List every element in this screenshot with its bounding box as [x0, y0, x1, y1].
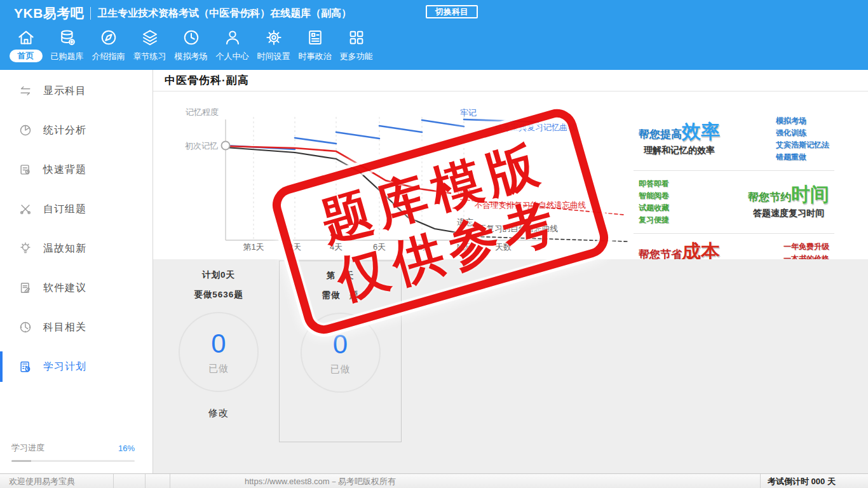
nav-item-label: 章节练习 — [133, 51, 166, 62]
nav-item-label: 已购题库 — [51, 51, 84, 62]
promo-section-1: 帮您提高效率理解和记忆的效率模拟考场强化训练艾宾浩斯记忆法错题重做 — [634, 108, 834, 171]
svg-text:初次记忆: 初次记忆 — [185, 141, 218, 151]
nav-item-label: 个人中心 — [216, 51, 249, 62]
status-welcome: 欢迎使用易考宝典 — [9, 476, 75, 487]
plan-days: 计划0天 — [170, 269, 267, 281]
database-icon — [58, 28, 77, 47]
sidebar-list: 显示科目统计分析快速背题自订组题温故知新软件建议科目相关学习计划 — [0, 70, 153, 386]
nav-item-7[interactable]: 时间设置 — [253, 28, 294, 62]
main-nav: 首页已购题库介绍指南章节练习模拟考场个人中心时间设置时事政治更多功能 — [5, 28, 377, 62]
page-title: 中医骨伤科·副高 — [165, 73, 249, 88]
plan-section: 计划0天 要做5636题 0 已做 修改 第 天 需做 题 0 已做 — [153, 259, 868, 474]
plan-icon — [18, 360, 32, 374]
promo-headline: 帮您节约时间答题速度复习时间 — [748, 185, 829, 219]
home-icon — [17, 28, 36, 47]
sidebar-item-3[interactable]: 快速背题 — [0, 150, 153, 189]
nav-item-label: 首页 — [10, 50, 43, 62]
plan-day-count: 0 — [333, 330, 348, 358]
sidebar-item-1[interactable]: 显示科目 — [0, 71, 153, 111]
sidebar-item-7[interactable]: 科目相关 — [0, 308, 153, 347]
progress-label: 学习进度 — [11, 442, 44, 454]
progress-value: 16% — [118, 444, 135, 453]
svg-text:牢记: 牢记 — [460, 108, 477, 118]
sidebar-item-2[interactable]: 统计分析 — [0, 111, 153, 150]
nav-item-label: 模拟考场 — [175, 51, 208, 62]
nav-item-label: 介绍指南 — [92, 51, 125, 62]
promo-feature-list: 即答即看智能阅卷试题收藏复习便捷 — [639, 178, 669, 226]
promo-feature: 即答即看 — [639, 178, 669, 190]
app-header: YKB易考吧 卫生专业技术资格考试（中医骨伤科）在线题库（副高） 切换科目 首页… — [0, 0, 868, 70]
promo-panel: 帮您提高效率理解和记忆的效率模拟考场强化训练艾宾浩斯记忆法错题重做即答即看智能阅… — [634, 108, 834, 284]
swap-icon — [18, 84, 32, 98]
app-title: 卫生专业技术资格考试（中医骨伤科）在线题库（副高） — [97, 7, 351, 20]
status-divider — [170, 474, 170, 488]
brand-divider — [90, 7, 91, 20]
brand: YKB易考吧 卫生专业技术资格考试（中医骨伤科）在线题库（副高） — [14, 4, 351, 22]
nav-item-label: 时事政治 — [299, 51, 332, 62]
plan-summary: 计划0天 要做5636题 0 已做 修改 — [170, 269, 267, 419]
sidebar-item-6[interactable]: 软件建议 — [0, 268, 153, 308]
nav-item-3[interactable]: 介绍指南 — [88, 28, 129, 62]
nav-item-8[interactable]: 时事政治 — [294, 28, 336, 62]
sidebar-item-label: 软件建议 — [43, 281, 86, 295]
sidebar-item-4[interactable]: 自订组题 — [0, 189, 153, 229]
sidebar-item-8[interactable]: 学习计划 — [0, 347, 153, 386]
promo-feature: 复习便捷 — [639, 214, 669, 226]
nav-item-4[interactable]: 章节练习 — [129, 28, 170, 62]
study-progress: 学习进度 16% — [11, 442, 135, 462]
nav-item-2[interactable]: 已购题库 — [46, 28, 88, 62]
plan-done-circle: 0 已做 — [179, 312, 259, 392]
sidebar-item-label: 快速背题 — [43, 163, 86, 177]
promo-feature: 一年免费升级 — [783, 241, 829, 253]
plan-day-label: 已做 — [330, 363, 351, 376]
sidebar-item-label: 学习计划 — [43, 360, 86, 374]
promo-feature: 智能阅卷 — [639, 190, 669, 202]
status-divider — [760, 474, 761, 488]
content-title-bar: 中医骨伤科·副高 — [153, 70, 868, 92]
nav-item-label: 更多功能 — [340, 51, 373, 62]
sidebar-item-5[interactable]: 温故知新 — [0, 229, 153, 268]
lightbulb-icon — [18, 241, 32, 255]
sidebar-item-label: 统计分析 — [43, 124, 86, 137]
plan-total-questions: 要做5636题 — [170, 289, 267, 301]
switch-subject-button[interactable]: 切换科目 — [426, 5, 478, 18]
status-divider — [113, 474, 114, 488]
compass-icon — [99, 28, 118, 47]
promo-feature-list: 模拟考场强化训练艾宾浩斯记忆法错题重做 — [776, 115, 829, 163]
plan-done-label: 已做 — [208, 363, 229, 375]
news-icon — [306, 28, 325, 47]
status-bar: 欢迎使用易考宝典 https://www.etest8.com－易考吧版权所有 … — [0, 473, 868, 488]
promo-feature: 艾宾浩斯记忆法 — [776, 139, 829, 151]
progress-bar-fill — [11, 460, 31, 462]
promo-feature: 强化训练 — [776, 127, 829, 139]
exam-countdown: 考试倒计时 000 天 — [768, 476, 836, 487]
grid-icon — [347, 28, 366, 47]
svg-text:第1天: 第1天 — [243, 242, 264, 252]
nav-item-6[interactable]: 个人中心 — [212, 28, 253, 62]
plan-done-count: 0 — [211, 330, 226, 358]
feedback-icon — [18, 281, 32, 295]
gear-icon — [264, 28, 283, 47]
promo-headline: 帮您提高效率理解和记忆的效率 — [639, 122, 720, 156]
sidebar-item-label: 温故知新 — [43, 242, 86, 255]
nav-item-9[interactable]: 更多功能 — [336, 28, 377, 62]
subject-icon — [18, 320, 32, 334]
promo-feature: 试题收藏 — [639, 202, 669, 214]
nav-item-5[interactable]: 模拟考场 — [170, 28, 212, 62]
status-divider — [145, 474, 146, 488]
user-icon — [223, 28, 242, 47]
svg-text:记忆程度: 记忆程度 — [186, 107, 219, 117]
nav-item-1[interactable]: 首页 — [5, 28, 46, 62]
sidebar: 显示科目统计分析快速背题自订组题温故知新软件建议科目相关学习计划 学习进度 16… — [0, 70, 153, 474]
promo-feature: 错题重做 — [776, 151, 829, 163]
promo-feature: 模拟考场 — [776, 115, 829, 127]
progress-bar — [11, 460, 135, 462]
plan-edit-button[interactable]: 修改 — [170, 407, 267, 419]
pie-chart-icon — [18, 123, 32, 137]
nav-item-label: 时间设置 — [257, 51, 290, 62]
tools-icon — [18, 202, 32, 216]
clock-icon — [182, 28, 201, 47]
sidebar-item-label: 科目相关 — [43, 321, 86, 334]
sidebar-item-label: 自订组题 — [43, 203, 86, 216]
status-copyright: https://www.etest8.com－易考吧版权所有 — [245, 476, 396, 487]
